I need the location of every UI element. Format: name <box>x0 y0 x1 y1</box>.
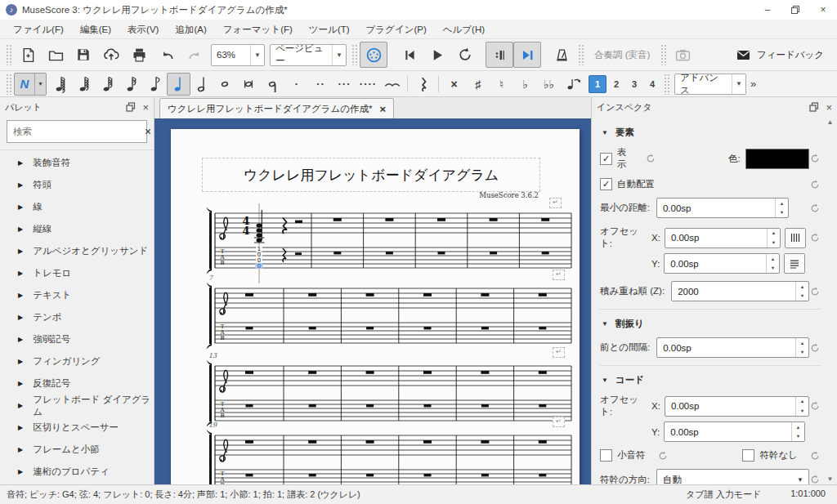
reset-icon[interactable] <box>809 179 821 190</box>
expand-icon[interactable]: ▶ <box>18 336 23 343</box>
expand-icon[interactable]: ▶ <box>18 248 23 255</box>
note-input-mode-dropdown[interactable]: ▼ <box>34 74 46 95</box>
collapse-icon[interactable]: ▼ <box>602 377 608 384</box>
menu-item-1[interactable]: 編集(E) <box>72 20 119 38</box>
note-half-button[interactable] <box>190 73 214 96</box>
toolbar-drag-handle[interactable] <box>6 74 11 95</box>
spin-arrows[interactable]: ▲▼ <box>795 397 808 416</box>
note-breve-button[interactable] <box>238 73 262 96</box>
close-icon[interactable]: × <box>826 101 832 114</box>
palette-item-12[interactable]: ▶区切りとスペーサー <box>0 417 154 439</box>
menu-item-6[interactable]: プラグイン(P) <box>358 20 435 38</box>
image-capture-button[interactable] <box>669 42 696 68</box>
palette-item-13[interactable]: ▶フレームと小節 <box>0 439 154 461</box>
visible-checkbox[interactable]: ✓ <box>600 153 612 165</box>
undock-icon[interactable] <box>126 102 136 112</box>
toolbar-drag-handle[interactable] <box>6 44 11 65</box>
reset-icon[interactable] <box>657 450 669 462</box>
reset-icon[interactable] <box>645 153 656 164</box>
system-2[interactable]: 7 ↵ TAB <box>205 277 575 362</box>
section-segment[interactable]: ▼ 割振り <box>602 318 821 330</box>
title-frame[interactable]: ウクレレ用フレットボードダイアグラム <box>202 158 540 192</box>
double-sharp-button[interactable]: × <box>442 73 466 96</box>
note-128th-button[interactable] <box>48 73 72 96</box>
concert-pitch-button[interactable]: 合奏調 (実音) <box>586 49 658 61</box>
expand-icon[interactable]: ▶ <box>18 424 23 431</box>
clear-search-icon[interactable]: × <box>145 125 151 138</box>
spin-arrows[interactable]: ▲▼ <box>795 338 808 357</box>
reset-icon[interactable] <box>809 450 821 462</box>
offset-y-spinner[interactable]: 0.00sp ▲▼ <box>664 253 780 274</box>
menu-item-2[interactable]: 表示(V) <box>119 20 167 38</box>
palette-item-7[interactable]: ▶テンポ <box>0 306 154 328</box>
palette-item-0[interactable]: ▶装飾音符 <box>0 152 154 174</box>
expand-icon[interactable]: ▶ <box>18 181 23 189</box>
section-chord[interactable]: ▼ コード <box>602 374 821 386</box>
loop-playback-button[interactable] <box>451 42 479 68</box>
metronome-toggle[interactable] <box>548 42 575 68</box>
expand-icon[interactable]: ▶ <box>18 446 23 453</box>
autoplace-checkbox[interactable]: ✓ <box>600 178 612 190</box>
menu-item-3[interactable]: 追加(A) <box>167 20 214 38</box>
spin-arrows[interactable]: ▲▼ <box>766 254 779 273</box>
spin-arrows[interactable]: ▲▼ <box>775 198 788 217</box>
voice-1-button[interactable]: 1 <box>589 75 606 93</box>
stacking-order-spinner[interactable]: 2000 ▲▼ <box>671 281 809 301</box>
palette-item-8[interactable]: ▶強弱記号 <box>0 328 154 350</box>
pan-playback-toggle[interactable] <box>513 42 541 68</box>
collapse-icon[interactable]: ▼ <box>602 129 608 136</box>
augmentation-dot-4-button[interactable]: ···· <box>356 73 380 96</box>
min-distance-spinner[interactable]: 0.00sp ▲▼ <box>656 198 789 218</box>
note-32nd-button[interactable] <box>96 73 119 96</box>
zoom-select[interactable]: 63% ▼ <box>211 44 265 66</box>
expand-icon[interactable]: ▶ <box>18 358 23 365</box>
close-button[interactable]: × <box>809 0 837 20</box>
expand-icon[interactable]: ▶ <box>18 225 23 233</box>
note-input-toggle[interactable]: N ▼ <box>14 73 47 96</box>
palette-item-2[interactable]: ▶線 <box>0 196 154 218</box>
expand-icon[interactable]: ▶ <box>18 380 23 387</box>
rewind-button[interactable] <box>396 42 423 68</box>
reset-icon[interactable] <box>809 232 821 243</box>
toolbar-drag-handle[interactable] <box>664 74 669 95</box>
play-button[interactable] <box>423 42 451 68</box>
close-icon[interactable]: × <box>142 101 149 114</box>
print-button[interactable] <box>125 42 153 68</box>
note-8th-button[interactable] <box>143 73 167 96</box>
expand-icon[interactable]: ▶ <box>18 292 23 299</box>
workspace-select[interactable]: アドバンス ▼ <box>674 74 746 95</box>
section-element[interactable]: ▼ 要素 <box>602 127 821 139</box>
toolbar-drag-handle[interactable] <box>578 44 584 65</box>
augmentation-dot-1-button[interactable]: · <box>285 73 309 96</box>
palette-item-11[interactable]: ▶フレットボード ダイアグラム <box>0 395 154 417</box>
spin-arrows[interactable]: ▲▼ <box>767 229 780 248</box>
double-flat-button[interactable]: ♭♭ <box>537 73 561 96</box>
toolbar-drag-handle[interactable] <box>351 44 357 65</box>
expand-icon[interactable]: ▶ <box>18 203 23 211</box>
note-whole-button[interactable] <box>214 73 238 96</box>
system-4[interactable]: 19 ↵ TAB <box>205 424 575 484</box>
spin-arrows[interactable]: ▲▼ <box>795 282 808 301</box>
voice-4-button[interactable]: 4 <box>644 76 660 92</box>
score-title[interactable]: ウクレレ用フレットボードダイアグラム <box>244 166 499 185</box>
note-longa-button[interactable] <box>262 73 285 96</box>
reset-icon[interactable] <box>809 203 821 214</box>
feedback-button[interactable]: フィードバック <box>736 47 834 63</box>
voice-3-button[interactable]: 3 <box>626 76 642 92</box>
score-version[interactable]: MuseScore 3.6.2 <box>479 191 539 199</box>
spin-arrows[interactable]: ▲▼ <box>791 422 804 441</box>
reset-icon[interactable] <box>809 153 821 164</box>
restore-button[interactable] <box>781 0 809 20</box>
palette-item-10[interactable]: ▶反復記号 <box>0 372 154 395</box>
reset-icon[interactable] <box>809 474 821 484</box>
small-note-checkbox[interactable] <box>600 449 612 462</box>
palette-item-9[interactable]: ▶フィンガリング <box>0 350 154 372</box>
palette-item-4[interactable]: ▶アルペジオとグリッサンド <box>0 240 154 262</box>
reset-icon[interactable] <box>809 400 821 412</box>
flat-button[interactable]: ♭ <box>513 73 537 96</box>
play-repeats-toggle[interactable] <box>486 42 513 68</box>
leading-space-spinner[interactable]: 0.00sp ▲▼ <box>656 337 809 358</box>
expand-icon[interactable]: ▶ <box>18 270 23 277</box>
sharp-button[interactable]: ♯ <box>466 73 490 96</box>
offset-x-spinner[interactable]: 0.00sp ▲▼ <box>665 228 781 248</box>
